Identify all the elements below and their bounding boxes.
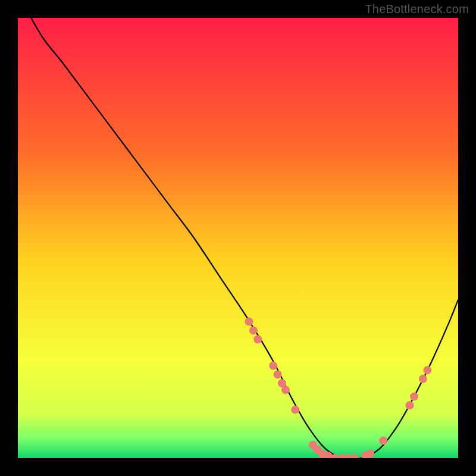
data-point-marker (410, 392, 418, 400)
gradient-background (18, 18, 458, 458)
data-point-marker (245, 318, 253, 326)
watermark-text: TheBottleneck.com (365, 2, 469, 16)
data-point-marker (253, 335, 262, 343)
data-point-marker (379, 436, 387, 444)
chart-stage: TheBottleneck.com (0, 0, 476, 476)
data-point-marker (419, 375, 427, 383)
data-point-marker (366, 450, 374, 458)
bottleneck-chart (0, 0, 476, 476)
data-point-marker (249, 326, 258, 334)
data-point-marker (350, 454, 359, 462)
data-point-marker (324, 452, 333, 460)
data-point-marker (423, 366, 431, 374)
data-point-marker (281, 386, 290, 394)
data-point-marker (274, 370, 282, 378)
data-point-marker (269, 362, 277, 370)
data-point-marker (406, 401, 414, 409)
data-point-marker (291, 406, 299, 414)
